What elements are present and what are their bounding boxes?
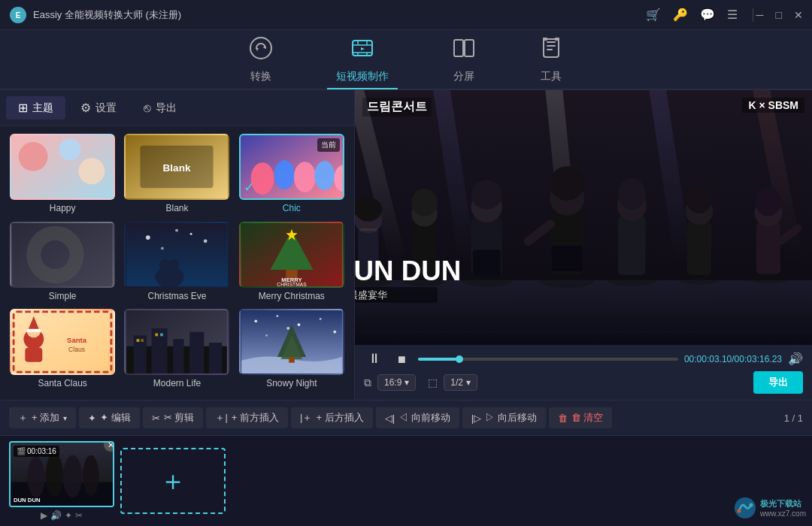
theme-santa-claus-thumb: Santa Claus (10, 309, 115, 375)
settings-tab-icon: ⚙ (80, 101, 91, 115)
nav-split-screen[interactable]: 分屏 (443, 32, 485, 88)
titlebar-separator (753, 8, 753, 22)
svg-point-113 (756, 187, 781, 216)
theme-merry-christmas-thumb: MERRY CHRISTMAS (239, 222, 344, 288)
theme-happy[interactable]: Happy (8, 134, 117, 217)
tab-settings[interactable]: ⚙ 设置 (68, 96, 129, 119)
svg-point-65 (320, 318, 322, 320)
menu-icon[interactable]: ☰ (727, 8, 738, 22)
maximize-button[interactable]: □ (776, 9, 782, 21)
tab-export[interactable]: ⎋ 导出 (132, 97, 189, 119)
nav-short-video-label: 短视频制作 (336, 70, 389, 83)
theme-christmas-eve[interactable]: Christmas Eve (122, 222, 232, 305)
playback-controls: ⏸ ⏹ 00:00:03.10/00:03:16.23 🔊 (364, 351, 803, 367)
theme-snowy-night[interactable]: Snowy Night (237, 309, 347, 392)
svg-rect-71 (289, 357, 295, 363)
svg-rect-60 (161, 334, 164, 337)
chat-icon[interactable]: 💬 (700, 8, 715, 22)
svg-point-29 (204, 239, 208, 243)
add-button[interactable]: ＋ + 添加 ▾ (9, 407, 76, 428)
watermark-top-right: K × SBSM (742, 98, 804, 113)
minimize-button[interactable]: ─ (756, 9, 764, 21)
watermark-logo-icon (733, 496, 757, 520)
theme-modern-life-label: Modern Life (153, 378, 201, 388)
clip-icon: ⬚ (428, 376, 438, 388)
stop-button[interactable]: ⏹ (391, 353, 412, 365)
svg-text:Claus: Claus (68, 346, 85, 354)
theme-chic-label: Chic (283, 203, 301, 213)
svg-text:CHRISTMAS: CHRISTMAS (277, 282, 307, 286)
main-content: ⊞ 主题 ⚙ 设置 ⎋ 导出 (0, 90, 812, 526)
insert-after-button[interactable]: |＋ + 后方插入 (291, 407, 373, 428)
progress-bar[interactable] (418, 358, 678, 361)
theme-chic[interactable]: 当前 ✓ Chic (237, 134, 347, 217)
move-left-button[interactable]: ◁| ◁ 向前移动 (376, 407, 459, 428)
move-right-button[interactable]: |▷ ▷ 向后移动 (462, 407, 546, 428)
cut-button[interactable]: ✂ ✂ 剪辑 (143, 407, 204, 428)
insert-before-button[interactable]: ＋| + 前方插入 (206, 407, 288, 428)
tab-theme[interactable]: ⊞ 主题 (6, 96, 65, 119)
nav-tools-label: 工具 (541, 70, 562, 83)
theme-merry-christmas-label: Merry Christmas (259, 291, 325, 301)
video-scene: DUN DUN 凌晨盛宴华 드림콘서트 K × SBSM (355, 90, 812, 345)
clip-selector[interactable]: 1/2 ▾ (444, 374, 477, 391)
move-left-icon: ◁| (385, 413, 395, 424)
short-video-icon (350, 36, 374, 65)
theme-blank[interactable]: Blank Blank (122, 134, 232, 217)
nav-convert[interactable]: 转换 (240, 32, 282, 88)
theme-chic-badge: 当前 (317, 138, 340, 152)
clip-star-icon[interactable]: ✦ (65, 510, 72, 521)
window-buttons: ─ □ ✕ (756, 9, 803, 21)
clip-volume-icon[interactable]: 🔊 (50, 510, 62, 521)
svg-rect-55 (190, 332, 205, 373)
svg-point-102 (607, 274, 656, 286)
svg-rect-52 (134, 336, 147, 374)
page-indicator: 1 / 1 (784, 413, 803, 424)
split-screen-icon (452, 36, 476, 65)
export-button[interactable]: 导出 (753, 371, 803, 394)
nav-tools[interactable]: 工具 (530, 32, 572, 88)
ratio-selector[interactable]: 16:9 ▾ (377, 374, 416, 391)
theme-merry-christmas[interactable]: MERRY CHRISTMAS Merry Christmas (237, 222, 347, 305)
nav-short-video[interactable]: 短视频制作 (327, 32, 398, 89)
svg-point-27 (146, 235, 150, 240)
theme-santa-claus[interactable]: Santa Claus Santa Claus (8, 309, 117, 392)
watermark-site-name: 极光下载站 (760, 498, 806, 509)
svg-text:凌晨盛宴华: 凌晨盛宴华 (355, 289, 387, 301)
svg-point-13 (79, 158, 105, 184)
svg-marker-4 (361, 47, 365, 50)
svg-point-66 (333, 331, 336, 334)
film-icon: 🎬 (17, 447, 26, 455)
clip-controls: ▶ 🔊 ✦ ✂ (9, 510, 114, 521)
app-title: Eassiy 全能视频转换大师 (未注册) (33, 8, 646, 22)
svg-rect-53 (152, 328, 168, 373)
clip-play-icon[interactable]: ▶ (41, 510, 47, 521)
close-button[interactable]: ✕ (794, 9, 803, 21)
svg-text:E: E (16, 11, 21, 20)
theme-grid: Happy (0, 126, 354, 400)
svg-point-19 (274, 160, 294, 189)
theme-modern-life[interactable]: Modern Life (122, 309, 232, 392)
add-dropdown-icon: ▾ (63, 414, 67, 422)
frame-icon: ⧉ (364, 376, 371, 389)
svg-point-109 (686, 184, 712, 213)
nav-split-label: 分屏 (453, 70, 474, 83)
theme-chic-check: ✓ (244, 179, 255, 195)
add-clip-plus-icon: ＋ (159, 463, 186, 500)
clip-item-1[interactable]: DUN DUN 🎬 00:03:16 ✕ ▶ 🔊 ✦ ✂ (9, 441, 114, 521)
key-icon[interactable]: 🔑 (673, 8, 688, 22)
edit-button[interactable]: ✦ ✦ 编辑 (79, 407, 140, 428)
volume-icon[interactable]: 🔊 (788, 352, 803, 366)
svg-point-68 (286, 327, 289, 330)
svg-rect-95 (473, 250, 501, 276)
clear-button[interactable]: 🗑 🗑 清空 (549, 407, 613, 428)
svg-rect-58 (141, 340, 144, 343)
cart-icon[interactable]: 🛒 (646, 8, 661, 22)
add-clip-item[interactable]: ＋ (120, 448, 226, 514)
clip-scissors-icon[interactable]: ✂ (75, 510, 83, 521)
add-clip-button[interactable]: ＋ (120, 448, 226, 514)
theme-simple[interactable]: Simple (8, 222, 117, 305)
pause-button[interactable]: ⏸ (364, 351, 385, 367)
svg-rect-101 (551, 246, 582, 271)
svg-point-122 (63, 455, 82, 497)
